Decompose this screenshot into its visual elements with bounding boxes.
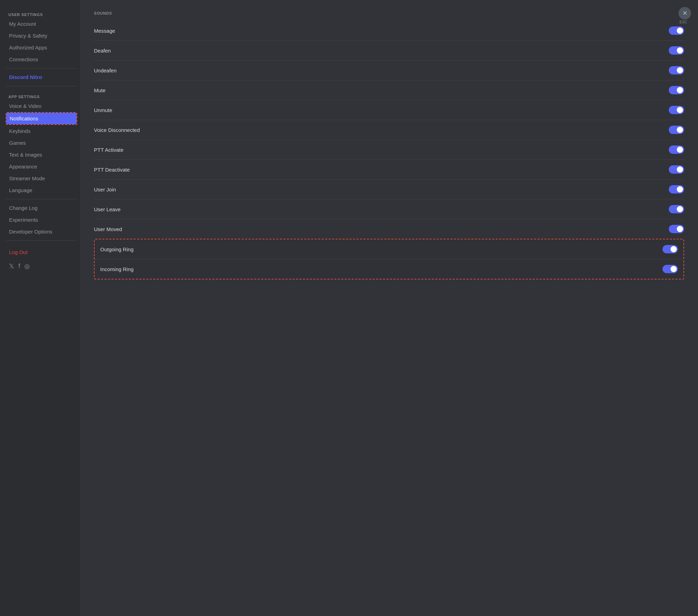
toggle-thumb-undeafen xyxy=(677,67,683,73)
toggle-deafen[interactable] xyxy=(669,46,684,55)
close-button[interactable]: ✕ xyxy=(679,7,691,19)
sidebar-item-privacy-safety[interactable]: Privacy & Safety xyxy=(6,30,77,41)
toggle-mute[interactable] xyxy=(669,86,684,94)
sidebar-item-streamer-mode[interactable]: Streamer Mode xyxy=(6,173,77,184)
sounds-section-header: SOUNDS xyxy=(94,11,684,15)
twitter-icon[interactable]: 𝕏 xyxy=(9,262,14,270)
sound-item-undeafen: Undeafen xyxy=(94,61,684,80)
toggle-unmute[interactable] xyxy=(669,106,684,114)
sidebar: USER SETTINGS My Account Privacy & Safet… xyxy=(0,0,80,616)
sound-label-user_leave: User Leave xyxy=(94,206,121,212)
sound-label-ptt_activate: PTT Activate xyxy=(94,147,124,153)
instagram-icon[interactable]: ◎ xyxy=(24,262,30,270)
sound-item-unmute: Unmute xyxy=(94,100,684,120)
toggle-thumb-incoming_ring xyxy=(671,266,677,272)
sidebar-item-voice-video[interactable]: Voice & Video xyxy=(6,100,77,112)
sidebar-divider-3 xyxy=(6,199,77,199)
sound-item-voice_disconnected: Voice Disconnected xyxy=(94,120,684,140)
sidebar-item-my-account[interactable]: My Account xyxy=(6,18,77,30)
toggle-user_leave[interactable] xyxy=(669,205,684,213)
sidebar-item-games[interactable]: Games xyxy=(6,137,77,149)
sound-item-ptt_deactivate: PTT Deactivate xyxy=(94,160,684,180)
sound-label-message: Message xyxy=(94,28,115,34)
toggle-ptt_deactivate[interactable] xyxy=(669,165,684,174)
sound-label-mute: Mute xyxy=(94,87,105,93)
sound-item-mute: Mute xyxy=(94,80,684,100)
sound-label-undeafen: Undeafen xyxy=(94,68,117,73)
toggle-thumb-unmute xyxy=(677,107,683,113)
sound-label-unmute: Unmute xyxy=(94,107,112,113)
sidebar-item-developer-options[interactable]: Developer Options xyxy=(6,226,77,237)
sound-label-voice_disconnected: Voice Disconnected xyxy=(94,127,140,133)
sound-item-message: Message xyxy=(94,21,684,41)
main-content: SOUNDS MessageDeafenUndeafenMuteUnmuteVo… xyxy=(80,0,698,616)
toggle-thumb-outgoing_ring xyxy=(671,246,677,252)
toggle-ptt_activate[interactable] xyxy=(669,145,684,154)
sidebar-item-connections[interactable]: Connections xyxy=(6,54,77,65)
toggle-undeafen[interactable] xyxy=(669,66,684,74)
sidebar-item-keybinds[interactable]: Keybinds xyxy=(6,125,77,137)
sidebar-item-appearance[interactable]: Appearance xyxy=(6,161,77,172)
sound-item-user_leave: User Leave xyxy=(94,199,684,219)
sidebar-item-text-images[interactable]: Text & Images xyxy=(6,149,77,160)
sidebar-divider-2 xyxy=(6,86,77,86)
sound-label-outgoing_ring: Outgoing Ring xyxy=(100,246,134,252)
sound-item-user_join: User Join xyxy=(94,180,684,199)
app-settings-label: APP SETTINGS xyxy=(6,95,77,99)
sound-item-incoming_ring: Incoming Ring xyxy=(95,259,683,279)
toggle-outgoing_ring[interactable] xyxy=(663,245,678,253)
sidebar-item-change-log[interactable]: Change Log xyxy=(6,202,77,214)
sound-label-ptt_deactivate: PTT Deactivate xyxy=(94,167,130,173)
sound-item-ptt_activate: PTT Activate xyxy=(94,140,684,160)
toggle-thumb-mute xyxy=(677,87,683,93)
regular-sounds: MessageDeafenUndeafenMuteUnmuteVoice Dis… xyxy=(94,21,684,239)
sidebar-divider-4 xyxy=(6,240,77,241)
sidebar-item-authorized-apps[interactable]: Authorized Apps xyxy=(6,42,77,53)
toggle-thumb-deafen xyxy=(677,47,683,54)
toggle-thumb-user_join xyxy=(677,186,683,192)
sidebar-item-language[interactable]: Language xyxy=(6,184,77,196)
toggle-thumb-ptt_activate xyxy=(677,147,683,153)
highlighted-sounds-section: Outgoing RingIncoming Ring xyxy=(94,239,684,279)
social-links: 𝕏 f ◎ xyxy=(6,260,77,273)
toggle-thumb-user_leave xyxy=(677,206,683,212)
sound-label-incoming_ring: Incoming Ring xyxy=(100,266,134,272)
toggle-thumb-message xyxy=(677,27,683,34)
sidebar-item-notifications[interactable]: Notifications xyxy=(6,113,77,124)
sound-item-user_moved: User Moved xyxy=(94,219,684,239)
sidebar-item-discord-nitro[interactable]: Discord Nitro xyxy=(6,71,77,83)
toggle-thumb-ptt_deactivate xyxy=(677,166,683,173)
toggle-voice_disconnected[interactable] xyxy=(669,126,684,134)
facebook-icon[interactable]: f xyxy=(18,262,20,270)
sidebar-divider-1 xyxy=(6,68,77,69)
sidebar-item-experiments[interactable]: Experiments xyxy=(6,214,77,226)
sound-item-deafen: Deafen xyxy=(94,41,684,61)
sounds-list: MessageDeafenUndeafenMuteUnmuteVoice Dis… xyxy=(94,21,684,279)
sound-item-outgoing_ring: Outgoing Ring xyxy=(95,239,683,259)
sound-label-user_moved: User Moved xyxy=(94,226,122,232)
toggle-message[interactable] xyxy=(669,26,684,35)
toggle-incoming_ring[interactable] xyxy=(663,265,678,273)
esc-label: ESC xyxy=(677,20,690,24)
sound-label-user_join: User Join xyxy=(94,187,116,192)
sidebar-item-log-out[interactable]: Log Out xyxy=(6,246,77,258)
sound-label-deafen: Deafen xyxy=(94,48,111,54)
toggle-user_join[interactable] xyxy=(669,185,684,194)
toggle-user_moved[interactable] xyxy=(669,225,684,233)
highlighted-sounds: Outgoing RingIncoming Ring xyxy=(95,239,683,279)
toggle-thumb-user_moved xyxy=(677,226,683,232)
user-settings-label: USER SETTINGS xyxy=(6,13,77,17)
toggle-thumb-voice_disconnected xyxy=(677,127,683,133)
